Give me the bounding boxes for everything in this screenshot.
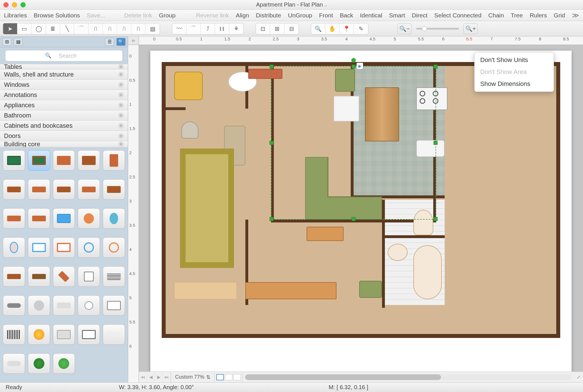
menu-front[interactable]: Front <box>319 12 333 19</box>
zoom-slider[interactable] <box>416 28 459 30</box>
shape-item[interactable] <box>103 266 125 287</box>
resize-handle-mr[interactable] <box>434 141 438 145</box>
shape-item[interactable] <box>3 179 25 200</box>
bezier-tool[interactable]: ⌒ <box>186 23 201 34</box>
category-cabinets[interactable]: Cabinets and bookcases <box>0 121 128 131</box>
pointer-tool[interactable]: ➤ <box>3 23 17 34</box>
h-distribute[interactable]: ⫿⫿ <box>215 23 229 34</box>
shape-item[interactable] <box>103 295 125 316</box>
floor-plan[interactable]: ▶ <box>162 62 560 338</box>
menu-distribute[interactable]: Distribute <box>256 12 281 19</box>
connector-tool-4[interactable]: ⎍ <box>131 23 145 34</box>
shape-item[interactable] <box>53 266 75 287</box>
category-tables[interactable]: Tables <box>0 64 128 69</box>
sidebar-library-button[interactable]: ▤ <box>14 38 23 46</box>
close-window-button[interactable] <box>3 2 9 7</box>
ellipse-tool[interactable]: ◯ <box>32 23 46 34</box>
shape-item[interactable] <box>53 295 75 316</box>
furniture-ottoman[interactable] <box>359 281 382 298</box>
sidebar-search-toggle[interactable]: 🔍 <box>116 38 126 46</box>
expand-panels-icon[interactable]: ⤢ <box>574 372 583 382</box>
resize-handle-bl[interactable] <box>270 217 274 221</box>
h-scroll-thumb[interactable] <box>245 374 441 380</box>
ctx-show-dimensions[interactable]: Show Dimensions <box>475 78 554 90</box>
shape-item[interactable] <box>3 150 25 171</box>
resize-handle-bm[interactable] <box>352 217 356 221</box>
page-last-icon[interactable]: ⏭ <box>163 372 171 382</box>
shape-item[interactable] <box>53 324 75 345</box>
shape-item[interactable] <box>78 295 100 316</box>
wall[interactable] <box>382 235 445 238</box>
shape-item[interactable] <box>53 237 75 258</box>
shape-item[interactable] <box>103 150 125 171</box>
action-button-icon[interactable]: ▶ <box>356 63 363 69</box>
shape-item[interactable] <box>28 295 50 316</box>
furniture-bathroom-sink[interactable] <box>388 244 408 261</box>
zoom-out-button[interactable]: 🔍− <box>397 23 412 34</box>
menu-browse-solutions[interactable]: Browse Solutions <box>34 12 80 19</box>
smart-connector[interactable]: ⤴ <box>201 23 215 34</box>
category-walls[interactable]: Walls, shell and structure <box>0 69 128 80</box>
category-building-core[interactable]: Building core <box>0 141 128 147</box>
drawing-page[interactable]: ▶ Don't Show Units Don't Show Area Show … <box>150 51 572 372</box>
wall[interactable] <box>166 107 186 110</box>
menu-back[interactable]: Back <box>340 12 353 19</box>
page-first-icon[interactable]: ⏮ <box>139 372 147 382</box>
shape-item[interactable] <box>103 237 125 258</box>
zoom-slider-thumb[interactable] <box>422 26 427 31</box>
minimize-window-button[interactable] <box>12 2 17 7</box>
shape-item[interactable] <box>53 179 75 200</box>
shape-item[interactable] <box>28 324 50 345</box>
furniture-bathtub[interactable] <box>413 245 442 299</box>
shape-item[interactable] <box>28 353 50 374</box>
tree-layout[interactable]: ⚘ <box>229 23 243 34</box>
ctx-dont-show-units[interactable]: Don't Show Units <box>475 54 554 66</box>
zoom-tool[interactable]: 🔍 <box>311 23 325 34</box>
resize-handle-ml[interactable] <box>270 141 274 145</box>
menu-ungroup[interactable]: UnGroup <box>288 12 312 19</box>
menu-identical[interactable]: Identical <box>360 12 382 19</box>
menu-direct[interactable]: Direct <box>412 12 428 19</box>
rectangle-tool[interactable]: ▭ <box>17 23 32 34</box>
shape-item[interactable] <box>78 150 100 171</box>
shape-item[interactable] <box>28 237 50 258</box>
shape-item[interactable] <box>78 208 100 229</box>
resize-handle-br[interactable] <box>434 217 438 221</box>
resize-handle-tl[interactable] <box>270 65 274 69</box>
category-windows[interactable]: Windows <box>0 80 128 90</box>
menu-chain[interactable]: Chain <box>488 12 504 19</box>
page-next-icon[interactable]: ▶ <box>155 372 163 382</box>
shape-item[interactable] <box>53 353 75 374</box>
page-thumb[interactable] <box>225 374 232 380</box>
shape-item[interactable] <box>28 266 50 287</box>
text-tool[interactable]: ≣ <box>46 23 60 34</box>
page-thumb[interactable] <box>216 374 224 380</box>
shape-item[interactable] <box>78 179 100 200</box>
snap-tool-1[interactable]: ⊡ <box>256 23 270 34</box>
menu-rulers[interactable]: Rulers <box>530 12 547 19</box>
menu-select-connected[interactable]: Select Connected <box>434 12 482 19</box>
category-bathroom[interactable]: Bathroom <box>0 110 128 121</box>
stamp-tool[interactable]: 📍 <box>340 23 354 34</box>
furniture-cabinets[interactable] <box>174 282 237 299</box>
menu-tree[interactable]: Tree <box>511 12 523 19</box>
shape-item[interactable] <box>78 266 100 287</box>
snap-tool-2[interactable]: ⊞ <box>270 23 284 34</box>
selection-box[interactable] <box>271 66 436 220</box>
page-thumb[interactable] <box>233 374 241 380</box>
shape-item[interactable] <box>3 353 25 374</box>
menu-group[interactable]: Group <box>159 12 175 19</box>
shape-item[interactable] <box>28 179 50 200</box>
pan-tool[interactable]: ✋ <box>325 23 340 34</box>
connector-tool-3[interactable]: ⎍ <box>117 23 131 34</box>
connector-tool-2[interactable]: ⎍ <box>103 23 117 34</box>
shape-item[interactable] <box>3 266 25 287</box>
category-doors[interactable]: Doors <box>0 131 128 141</box>
shape-item[interactable] <box>28 208 50 229</box>
rotate-handle[interactable] <box>351 58 356 63</box>
shape-item[interactable] <box>3 208 25 229</box>
shape-item[interactable] <box>3 237 25 258</box>
furniture-cabinets[interactable] <box>245 282 336 299</box>
eyedropper-tool[interactable]: ✎ <box>354 23 368 34</box>
menu-grid[interactable]: Grid <box>554 12 565 19</box>
